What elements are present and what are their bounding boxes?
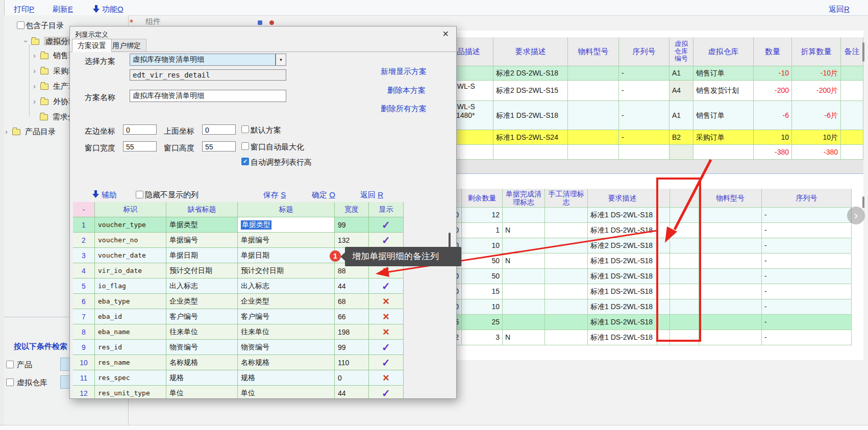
grid-cell[interactable]: 8	[73, 324, 95, 340]
table-cell[interactable]: A1	[669, 101, 693, 130]
table-cell[interactable]	[619, 145, 669, 160]
grid-cell[interactable]: 44	[335, 386, 369, 399]
grid-cell[interactable]: eba_type	[95, 294, 166, 309]
table-cell[interactable]: 标准1 DS-2WL-S24	[493, 130, 568, 145]
cross-icon[interactable]: ×	[369, 309, 404, 324]
table-cell[interactable]	[657, 238, 670, 254]
check-icon[interactable]: ✓	[369, 340, 404, 355]
grid-cell[interactable]: 单据日期	[166, 248, 238, 263]
ok-button[interactable]: 确定 O	[312, 190, 335, 200]
table-cell[interactable]: 标准2 DS-2WL-S18	[493, 66, 568, 81]
grid-cell[interactable]: 规格	[238, 370, 335, 386]
grid-cell[interactable]: 企业类型	[166, 294, 238, 309]
table-cell[interactable]: 10片	[792, 130, 841, 145]
grid-cell[interactable]: 11	[73, 370, 95, 386]
table-cell[interactable]: 标准2 DS-2WL-S18	[588, 238, 657, 254]
combo-dropdown-button[interactable]: ▼	[276, 54, 286, 66]
check-icon[interactable]: ✓	[369, 279, 404, 294]
table-cell[interactable]	[841, 101, 863, 130]
table-cell[interactable]	[657, 269, 670, 284]
table-cell[interactable]: 50	[462, 269, 503, 284]
table-cell[interactable]: 销售订单	[693, 66, 754, 81]
table-cell[interactable]	[568, 81, 619, 101]
table-cell[interactable]: 10	[462, 238, 503, 254]
grid-cell[interactable]: 出入标志	[166, 279, 238, 294]
grid-cell[interactable]: 99	[335, 340, 369, 355]
sidebar-item-catalog[interactable]: › 产品目录	[5, 127, 56, 137]
add-scheme-link[interactable]: 新增显示方案	[381, 67, 427, 77]
table-cell[interactable]: -	[762, 315, 852, 330]
table-cell[interactable]: 标准1 DS-2WL-S18	[588, 315, 657, 330]
table-cell[interactable]	[699, 208, 762, 223]
table-cell[interactable]: -	[762, 269, 852, 284]
check-icon[interactable]: ✓	[369, 386, 404, 399]
cross-icon[interactable]: ×	[369, 324, 404, 340]
table-cell[interactable]	[670, 299, 699, 315]
grid-cell[interactable]: 单据编号	[166, 233, 238, 248]
grid-cell[interactable]: eba_name	[95, 324, 166, 340]
table-cell[interactable]	[670, 269, 699, 284]
grid-cell[interactable]: 6	[73, 294, 95, 309]
grid-cell[interactable]: 物资编号	[166, 340, 238, 355]
grid-cell[interactable]: 132	[335, 233, 369, 248]
table-cell[interactable]: 标准2 DS-2WL-S15	[493, 81, 568, 101]
grid-cell[interactable]: voucher_date	[95, 248, 166, 263]
table-cell[interactable]: -	[762, 284, 852, 299]
table-cell[interactable]	[670, 284, 699, 299]
grid-cell[interactable]: 预计交付日期	[166, 263, 238, 279]
grid-cell[interactable]: 5	[73, 279, 95, 294]
table-cell[interactable]	[503, 284, 545, 299]
table-cell[interactable]: -10	[754, 66, 792, 81]
check-icon[interactable]: ✓	[369, 355, 404, 370]
table-cell[interactable]: 10	[754, 130, 792, 145]
include-subdirs-checkbox[interactable]	[17, 21, 24, 29]
table-cell[interactable]: 标准1 DS-2WL-S18	[588, 208, 657, 223]
grid-cell[interactable]: res_spec	[95, 370, 166, 386]
table-cell[interactable]	[699, 284, 762, 299]
table-cell[interactable]: 10	[462, 299, 503, 315]
table-cell[interactable]: N	[503, 330, 545, 345]
grid-cell[interactable]: 198	[335, 324, 369, 340]
table-cell[interactable]: 标准1 DS-2WL-S18	[588, 223, 657, 238]
save-button[interactable]: 保存 S	[263, 190, 286, 200]
filter-product-checkbox[interactable]	[6, 361, 14, 368]
cross-icon[interactable]: ×	[369, 370, 404, 386]
table-cell[interactable]	[841, 130, 863, 145]
grid-cell[interactable]: 9	[73, 340, 95, 355]
table-cell[interactable]: 标准1 DS-2WL-S18	[588, 269, 657, 284]
table-cell[interactable]	[657, 330, 670, 345]
grid-cell[interactable]: 单位	[166, 386, 238, 399]
grid-cell[interactable]: 66	[335, 309, 369, 324]
table-cell[interactable]: -	[762, 299, 852, 315]
table-cell[interactable]	[545, 254, 588, 269]
table-cell[interactable]: 50	[462, 254, 503, 269]
grid-cell[interactable]: eba_id	[95, 309, 166, 324]
grid-cell[interactable]: 4	[73, 263, 95, 279]
dialog-back-button[interactable]: 返回 R	[360, 190, 383, 200]
back-link-top[interactable]: 返回R	[829, 5, 850, 14]
table-cell[interactable]: -	[762, 223, 852, 238]
window-height-input[interactable]: 55	[202, 141, 236, 151]
table-cell[interactable]: A1	[669, 66, 693, 81]
table-cell[interactable]	[503, 315, 545, 330]
chevron-right-icon[interactable]: ›	[33, 52, 36, 59]
table-cell[interactable]	[493, 145, 568, 160]
auto-row-height-checkbox[interactable]: ✓	[241, 158, 249, 165]
grid-cell[interactable]: 单位	[238, 386, 335, 399]
table-cell[interactable]: -	[762, 208, 852, 223]
grid-cell[interactable]: io_flag	[95, 279, 166, 294]
grid-cell[interactable]: res_unit_type	[95, 386, 166, 399]
table-cell[interactable]	[669, 145, 693, 160]
table-cell[interactable]: -	[619, 81, 669, 101]
table-cell[interactable]: 25	[462, 315, 503, 330]
grid-cell[interactable]: 0	[335, 370, 369, 386]
print-button[interactable]: 打印P	[14, 5, 34, 14]
table-cell[interactable]	[699, 254, 762, 269]
scheme-select-combo[interactable]: 虚拟库存物资清单明细	[130, 54, 276, 66]
table-cell[interactable]	[545, 223, 588, 238]
table-cell[interactable]	[503, 269, 545, 284]
grid-cell[interactable]: 单据类型	[166, 217, 238, 233]
table-cell[interactable]	[699, 223, 762, 238]
grid-cell[interactable]: 物资编号	[238, 340, 335, 355]
aux-button[interactable]: 辅助	[102, 190, 117, 200]
